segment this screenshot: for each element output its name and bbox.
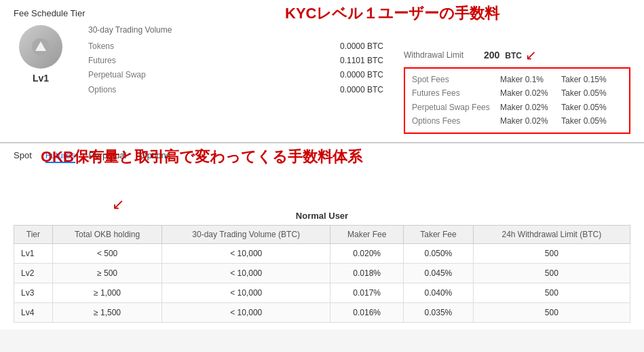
cell-maker: 0.018% <box>330 263 404 283</box>
fees-row-futures: Futures Fees Maker 0.02% Taker 0.05% <box>412 86 622 100</box>
fees-container: Withdrawal Limit 200 BTC ↙ Spot Fees Mak… <box>404 25 630 134</box>
fee-table: Tier Total OKB holding 30-day Trading Vo… <box>14 225 630 323</box>
perp-fees-label: Perpetual Swap Fees <box>412 101 500 114</box>
top-content: Lv1 30-day Trading Volume Tokens 0.0000 … <box>14 25 630 134</box>
top-section: Fee Schedule Tier KYCレベル１ユーザーの手数料 Lv1 30… <box>0 0 644 143</box>
arrow-icon: ↙ <box>525 47 537 63</box>
options-fees-label: Options Fees <box>412 114 500 128</box>
cell-volume: < 10,000 <box>162 283 330 302</box>
perp-maker: Maker 0.02% <box>500 101 561 114</box>
trading-volume-label: 30-day Trading Volume <box>88 25 383 35</box>
cell-tier: Lv3 <box>14 283 53 302</box>
options-taker: Taker 0.05% <box>561 114 622 128</box>
trading-row-options: Options 0.0000 BTC <box>88 84 383 96</box>
withdrawal-label: Withdrawal Limit <box>404 50 463 60</box>
cell-taker: 0.035% <box>404 302 474 322</box>
cell-okb: ≥ 1,000 <box>52 283 162 302</box>
fees-row-perp: Perpetual Swap Fees Maker 0.02% Taker 0.… <box>412 101 622 114</box>
perp-taker: Taker 0.05% <box>561 101 622 114</box>
avatar-circle <box>19 25 62 69</box>
trading-info: 30-day Trading Volume Tokens 0.0000 BTC … <box>88 25 383 96</box>
trading-row-perp: Perpetual Swap 0.0000 BTC <box>88 69 383 82</box>
spot-fees-label: Spot Fees <box>412 73 500 86</box>
table-row: Lv3 ≥ 1,000 < 10,000 0.017% 0.040% 500 <box>14 283 630 302</box>
normal-user-label: Normal User <box>14 211 630 221</box>
avatar-section: Lv1 <box>14 25 68 84</box>
cell-volume: < 10,000 <box>162 263 330 283</box>
options-value: 0.0000 BTC <box>340 84 383 96</box>
trading-row-tokens: Tokens 0.0000 BTC <box>88 40 383 53</box>
th-okb: Total OKB holding <box>52 225 162 243</box>
perp-value: 0.0000 BTC <box>340 69 383 82</box>
avatar-level: Lv1 <box>33 73 49 84</box>
okb-annotation: OKB保有量と取引高で変わってくる手数料体系 <box>41 147 362 167</box>
table-header-row: Tier Total OKB holding 30-day Trading Vo… <box>14 225 630 243</box>
cell-limit: 500 <box>473 263 630 283</box>
cell-taker: 0.040% <box>404 283 474 302</box>
futures-fees-label: Futures Fees <box>412 86 500 100</box>
th-limit: 24h Withdrawal Limit (BTC) <box>473 225 630 243</box>
cell-tier: Lv1 <box>14 243 53 263</box>
token-label: Tokens <box>88 40 163 53</box>
avatar-icon <box>31 37 50 56</box>
token-value: 0.0000 BTC <box>340 40 383 53</box>
fees-row-options: Options Fees Maker 0.02% Taker 0.05% <box>412 114 622 128</box>
fees-box: Spot Fees Maker 0.1% Taker 0.15% Futures… <box>404 67 630 134</box>
futures-maker: Maker 0.02% <box>500 86 561 100</box>
cell-tier: Lv2 <box>14 263 53 283</box>
cell-maker: 0.020% <box>330 243 404 263</box>
perp-label: Perpetual Swap <box>88 69 163 82</box>
table-row: Lv1 < 500 < 10,000 0.020% 0.050% 500 <box>14 243 630 263</box>
bottom-section: Spot Futures Perpetual Options OKB保有量と取引… <box>0 143 644 330</box>
cell-limit: 500 <box>473 283 630 302</box>
cell-okb: ≥ 1,500 <box>52 302 162 322</box>
cell-taker: 0.045% <box>404 263 474 283</box>
cell-limit: 500 <box>473 302 630 322</box>
cell-okb: < 500 <box>52 243 162 263</box>
table-row: Lv4 ≥ 1,500 < 10,000 0.016% 0.035% 500 <box>14 302 630 322</box>
th-volume: 30-day Trading Volume (BTC) <box>162 225 330 243</box>
cell-tier: Lv4 <box>14 302 53 322</box>
options-maker: Maker 0.02% <box>500 114 561 128</box>
futures-label: Futures <box>88 54 163 67</box>
cell-taker: 0.050% <box>404 243 474 263</box>
trading-row-futures: Futures 0.1101 BTC <box>88 54 383 67</box>
futures-value: 0.1101 BTC <box>340 54 383 67</box>
fees-row-spot: Spot Fees Maker 0.1% Taker 0.15% <box>412 73 622 86</box>
withdrawal-value: 200 BTC <box>484 50 522 60</box>
kyc-annotation: KYCレベル１ユーザーの手数料 <box>285 3 499 24</box>
withdrawal-area: Withdrawal Limit 200 BTC ↙ <box>404 47 630 63</box>
th-taker: Taker Fee <box>404 225 474 243</box>
cell-volume: < 10,000 <box>162 302 330 322</box>
cell-maker: 0.017% <box>330 283 404 302</box>
options-label: Options <box>88 84 163 96</box>
th-maker: Maker Fee <box>330 225 404 243</box>
th-tier: Tier <box>14 225 53 243</box>
trading-rows: Tokens 0.0000 BTC Futures 0.1101 BTC Per… <box>88 40 383 96</box>
spot-taker: Taker 0.15% <box>561 73 622 86</box>
withdrawal-unit: BTC <box>505 51 522 60</box>
futures-taker: Taker 0.05% <box>561 86 622 100</box>
table-row: Lv2 ≥ 500 < 10,000 0.018% 0.045% 500 <box>14 263 630 283</box>
cell-volume: < 10,000 <box>162 243 330 263</box>
tab-spot[interactable]: Spot <box>14 150 32 163</box>
withdrawal-amount: 200 <box>484 50 499 60</box>
cell-limit: 500 <box>473 243 630 263</box>
spot-maker: Maker 0.1% <box>500 73 561 86</box>
cell-okb: ≥ 500 <box>52 263 162 283</box>
cell-maker: 0.016% <box>330 302 404 322</box>
